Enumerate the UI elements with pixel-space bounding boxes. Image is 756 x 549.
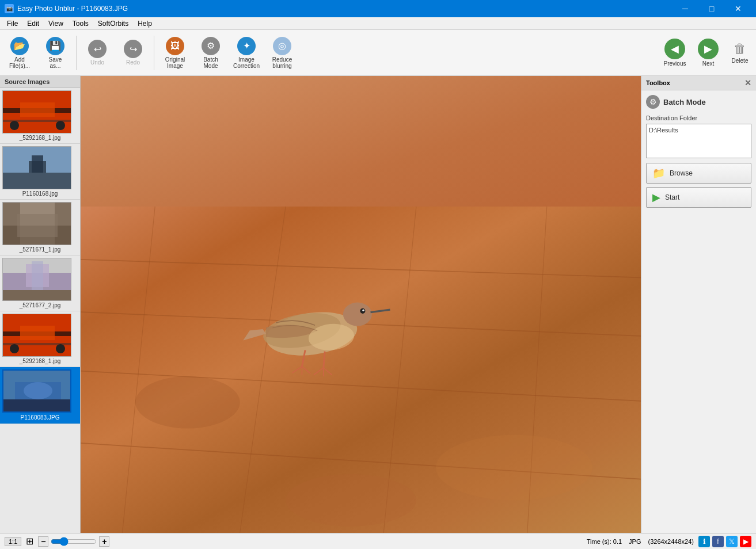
source-item-5[interactable]: P1160083.JPG bbox=[0, 367, 80, 424]
menu-file[interactable]: File bbox=[2, 18, 22, 29]
svg-point-24 bbox=[56, 344, 65, 353]
svg-rect-9 bbox=[32, 155, 43, 173]
zoom-controls: − + bbox=[38, 536, 109, 547]
main-image bbox=[81, 76, 641, 533]
delete-label: Delete bbox=[732, 58, 749, 64]
start-button[interactable]: ▶ Start bbox=[646, 187, 751, 208]
dimensions-label: (3264x2448x24) bbox=[648, 538, 694, 545]
svg-point-23 bbox=[10, 344, 19, 353]
add-files-button[interactable]: 📂 Add File(s)... bbox=[2, 32, 37, 74]
source-item-3[interactable]: _5271677_2.jpg bbox=[0, 256, 80, 311]
source-list: _5292168_1.jpg P1160168.jpg bbox=[0, 88, 80, 533]
original-image-button[interactable]: 🖼 Original Image bbox=[158, 32, 192, 74]
thumbnail-5 bbox=[2, 369, 71, 413]
browse-label: Browse bbox=[670, 169, 693, 177]
title-bar-controls: ─ □ ✕ bbox=[672, 0, 751, 17]
undo-label: Undo bbox=[90, 59, 104, 66]
facebook-icon[interactable]: f bbox=[712, 536, 724, 547]
original-image-icon: 🖼 bbox=[166, 37, 184, 55]
toolbar: 📂 Add File(s)... 💾 Save as... ↩ Undo ↪ R… bbox=[0, 30, 756, 76]
add-files-icon: 📂 bbox=[10, 37, 29, 55]
menu-edit[interactable]: Edit bbox=[22, 18, 44, 29]
toolbar-sep-1 bbox=[76, 36, 77, 70]
thumbnail-1 bbox=[2, 146, 71, 189]
menu-tools[interactable]: Tools bbox=[68, 18, 93, 29]
thumbnail-svg-0 bbox=[3, 91, 71, 134]
save-as-icon: 💾 bbox=[46, 37, 64, 55]
batch-mode-label: Batch Mode bbox=[203, 56, 218, 69]
svg-point-43 bbox=[286, 474, 416, 527]
menu-bar: File Edit View Tools SoftOrbits Help bbox=[0, 17, 756, 30]
toolbox-title: Toolbox bbox=[646, 79, 670, 86]
destination-folder-display: D:\Results bbox=[646, 124, 751, 158]
next-button[interactable]: ▶ Next bbox=[693, 32, 724, 74]
status-info: Time (s): 0.1 JPG (3264x2448x24) bbox=[587, 538, 694, 545]
close-button[interactable]: ✕ bbox=[725, 0, 751, 17]
youtube-icon[interactable]: ▶ bbox=[740, 536, 751, 547]
info-icon[interactable]: ℹ bbox=[698, 536, 710, 547]
svg-rect-14 bbox=[17, 214, 58, 237]
redo-label: Redo bbox=[126, 59, 140, 66]
start-label: Start bbox=[665, 193, 679, 201]
batch-mode-button[interactable]: ⚙ Batch Mode bbox=[193, 32, 228, 74]
batch-gear-icon: ⚙ bbox=[646, 95, 660, 109]
reduce-blurring-label: Reduce blurring bbox=[272, 56, 292, 69]
source-label-5: P1160083.JPG bbox=[2, 414, 78, 421]
title-bar-left: 📷 Easy Photo Unblur - P1160083.JPG bbox=[5, 4, 128, 13]
source-label-1: P1160168.jpg bbox=[2, 190, 78, 197]
source-item-1[interactable]: P1160168.jpg bbox=[0, 144, 80, 200]
previous-icon: ◀ bbox=[664, 39, 685, 59]
undo-button[interactable]: ↩ Undo bbox=[80, 32, 115, 74]
image-correction-icon: ✦ bbox=[237, 37, 256, 55]
save-as-label: Save as... bbox=[49, 56, 62, 69]
status-social: ℹ f 𝕏 ▶ bbox=[698, 536, 751, 547]
svg-point-3 bbox=[10, 121, 19, 130]
save-as-button[interactable]: 💾 Save as... bbox=[38, 32, 73, 74]
source-label-3: _5271677_2.jpg bbox=[2, 302, 78, 308]
toolbox-close-button[interactable]: ✕ bbox=[744, 78, 751, 87]
thumbnail-svg-4 bbox=[3, 314, 71, 357]
toolbar-sep-2 bbox=[154, 36, 154, 70]
toolbox-panel: Toolbox ✕ ⚙ Batch Mode Destination Folde… bbox=[641, 76, 756, 533]
redo-button[interactable]: ↪ Redo bbox=[116, 32, 150, 74]
zoom-level: 1:1 bbox=[5, 537, 21, 546]
maximize-button[interactable]: □ bbox=[698, 0, 725, 17]
zoom-slider[interactable] bbox=[51, 537, 97, 546]
main-scene-svg bbox=[81, 76, 641, 533]
source-item-2[interactable]: _5271671_1.jpg bbox=[0, 200, 80, 256]
reduce-blurring-button[interactable]: ◎ Reduce blurring bbox=[265, 32, 299, 74]
app-icon: 📷 bbox=[5, 4, 14, 13]
zoom-in-button[interactable]: + bbox=[99, 536, 109, 547]
main-layout: Source Images _5292168_1.jpg bbox=[0, 76, 756, 533]
menu-softorbits[interactable]: SoftOrbits bbox=[93, 18, 133, 29]
next-label: Next bbox=[702, 60, 715, 67]
thumbnail-svg-2 bbox=[3, 203, 71, 245]
dest-folder-label: Destination Folder bbox=[646, 115, 751, 121]
undo-icon: ↩ bbox=[88, 40, 107, 58]
previous-label: Previous bbox=[664, 60, 686, 67]
browse-button[interactable]: 📁 Browse bbox=[646, 163, 751, 184]
source-label-4: _5292168_1.jpg bbox=[2, 358, 78, 364]
minimize-button[interactable]: ─ bbox=[672, 0, 698, 17]
svg-point-41 bbox=[135, 376, 240, 429]
zoom-fit-button[interactable]: ⊞ bbox=[26, 536, 33, 547]
source-item-0[interactable]: _5292168_1.jpg bbox=[0, 88, 80, 144]
canvas-area bbox=[81, 76, 641, 533]
twitter-icon[interactable]: 𝕏 bbox=[726, 536, 738, 547]
previous-button[interactable]: ◀ Previous bbox=[659, 32, 690, 74]
svg-rect-25 bbox=[20, 326, 55, 340]
zoom-out-button[interactable]: − bbox=[38, 536, 48, 547]
thumbnail-0 bbox=[2, 90, 71, 134]
toolbox-content: ⚙ Batch Mode Destination Folder D:\Resul… bbox=[641, 90, 756, 216]
menu-help[interactable]: Help bbox=[133, 18, 157, 29]
svg-rect-27 bbox=[3, 399, 71, 413]
format-label: JPG bbox=[629, 538, 641, 545]
image-correction-button[interactable]: ✦ Image Correction bbox=[229, 32, 264, 74]
time-label: Time (s): 0.1 bbox=[587, 538, 622, 545]
thumbnail-svg-3 bbox=[3, 258, 71, 301]
svg-point-4 bbox=[56, 121, 65, 130]
delete-button[interactable]: 🗑 Delete bbox=[726, 32, 754, 74]
svg-point-45 bbox=[343, 303, 372, 326]
menu-view[interactable]: View bbox=[44, 18, 68, 29]
source-item-4[interactable]: _5292168_1.jpg bbox=[0, 311, 80, 367]
